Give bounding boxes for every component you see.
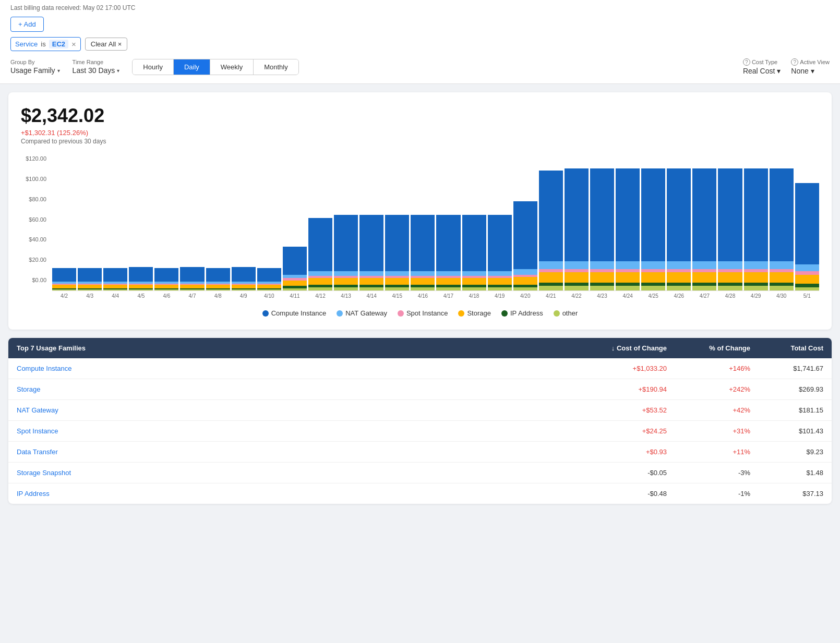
granularity-daily-button[interactable]: Daily <box>174 59 210 75</box>
bar-seg-storage <box>385 278 409 285</box>
bar-group[interactable] <box>692 168 716 290</box>
bar-group[interactable] <box>744 168 768 290</box>
bar-seg-compute <box>795 183 819 264</box>
y-label: $20.00 <box>21 257 50 263</box>
row-name[interactable]: Spot Instance <box>17 427 562 435</box>
x-label: 4/5 <box>129 293 153 299</box>
row-name[interactable]: Compute Instance <box>17 365 562 372</box>
filter-close-icon[interactable]: × <box>71 40 76 48</box>
cost-type-value[interactable]: Real Cost ▾ <box>743 67 781 75</box>
bar-group[interactable] <box>52 268 76 290</box>
bar-group[interactable] <box>565 168 589 290</box>
col-name: Top 7 Usage Families <box>17 344 562 352</box>
bar-seg-storage <box>283 281 307 286</box>
row-name[interactable]: NAT Gateway <box>17 406 562 414</box>
bar-group[interactable] <box>334 215 358 290</box>
clear-all-button[interactable]: Clear All × <box>85 38 128 51</box>
bar-group[interactable] <box>488 215 512 290</box>
x-label: 4/20 <box>513 293 537 299</box>
bar-group[interactable] <box>154 268 178 290</box>
bar-group[interactable] <box>180 267 204 290</box>
bar-group[interactable] <box>257 268 281 290</box>
bar-seg-storage <box>692 272 716 283</box>
bar-group[interactable] <box>385 215 409 290</box>
chart-section: $2,342.02 +$1,302.31 (125.26%) Compared … <box>8 92 832 330</box>
bar-group[interactable] <box>539 171 563 290</box>
bar-group[interactable] <box>129 267 153 290</box>
bar-seg-other <box>616 286 640 290</box>
legend-label: other <box>562 309 578 317</box>
bar-group[interactable] <box>436 215 460 290</box>
bar-seg-compute <box>411 215 435 271</box>
row-name[interactable]: Storage <box>17 385 562 393</box>
bar-seg-nat <box>590 261 614 269</box>
active-view-info-icon[interactable]: ? <box>791 58 798 66</box>
bar-seg-compute <box>283 247 307 275</box>
legend-item: other <box>554 309 578 317</box>
bar-group[interactable] <box>283 247 307 290</box>
bar-group[interactable] <box>667 168 691 290</box>
bar-seg-other <box>488 287 512 291</box>
group-by-control: Group By Usage Family ▾ <box>10 59 60 75</box>
chart-area: 4/24/34/44/54/64/74/84/94/104/114/124/13… <box>52 155 819 299</box>
granularity-monthly-button[interactable]: Monthly <box>254 59 298 75</box>
x-label: 4/4 <box>103 293 127 299</box>
bar-seg-storage <box>359 278 383 285</box>
bar-seg-nat <box>744 261 768 269</box>
bar-seg-nat <box>565 261 589 269</box>
bar-group[interactable] <box>718 168 742 290</box>
row-pct: -3% <box>667 469 750 477</box>
y-label: $0.00 <box>21 277 50 283</box>
bar-group[interactable] <box>103 268 127 290</box>
bar-seg-other <box>232 289 256 290</box>
chart-legend: Compute InstanceNAT GatewaySpot Instance… <box>21 309 819 317</box>
bar-seg-compute <box>52 268 76 282</box>
group-by-value[interactable]: Usage Family ▾ <box>10 66 60 75</box>
row-change: -$0.48 <box>562 490 667 498</box>
active-view-label: ? Active View <box>791 58 830 66</box>
bar-seg-nat <box>539 261 563 269</box>
active-view-value[interactable]: None ▾ <box>791 67 830 75</box>
cost-type-info-icon[interactable]: ? <box>743 58 750 66</box>
active-view-group: ? Active View None ▾ <box>791 58 830 75</box>
group-by-chevron: ▾ <box>57 68 60 74</box>
bar-group[interactable] <box>359 215 383 290</box>
cost-type-chevron: ▾ <box>777 67 781 75</box>
add-button[interactable]: + Add <box>10 17 44 32</box>
bar-group[interactable] <box>616 168 640 290</box>
time-range-value[interactable]: Last 30 Days ▾ <box>73 66 120 75</box>
bar-group[interactable] <box>206 268 230 290</box>
y-label: $100.00 <box>21 176 50 182</box>
bar-group[interactable] <box>232 267 256 290</box>
filter-row: Service is EC2 × Clear All × <box>10 37 830 51</box>
bar-group[interactable] <box>770 168 794 290</box>
bar-seg-compute <box>692 168 716 261</box>
granularity-weekly-button[interactable]: Weekly <box>210 59 254 75</box>
row-name[interactable]: Data Transfer <box>17 448 562 456</box>
bar-seg-compute <box>103 268 127 282</box>
bar-group[interactable] <box>641 168 665 290</box>
bar-group[interactable] <box>462 215 486 290</box>
bar-group[interactable] <box>78 268 102 290</box>
bar-seg-compute <box>513 201 537 269</box>
bar-seg-other <box>565 286 589 290</box>
filter-op: is <box>41 40 45 48</box>
bar-seg-other <box>411 287 435 291</box>
table-header: Top 7 Usage Families ↓ Cost of Change % … <box>8 338 832 358</box>
bar-group[interactable] <box>795 183 819 290</box>
bar-seg-storage <box>590 272 614 283</box>
x-label: 4/25 <box>641 293 665 299</box>
x-label: 4/30 <box>770 293 794 299</box>
row-change: +$24.25 <box>562 427 667 435</box>
bar-seg-nat <box>334 271 358 276</box>
row-name[interactable]: IP Address <box>17 490 562 498</box>
filter-service-label: Service <box>15 40 38 48</box>
row-name[interactable]: Storage Snapshot <box>17 469 562 477</box>
controls-row: Group By Usage Family ▾ Time Range Last … <box>10 58 830 75</box>
bar-group[interactable] <box>308 218 332 290</box>
bar-group[interactable] <box>513 201 537 290</box>
cost-type-label: ? Cost Type <box>743 58 781 66</box>
bar-group[interactable] <box>590 168 614 290</box>
bar-group[interactable] <box>411 215 435 290</box>
granularity-hourly-button[interactable]: Hourly <box>133 59 174 75</box>
